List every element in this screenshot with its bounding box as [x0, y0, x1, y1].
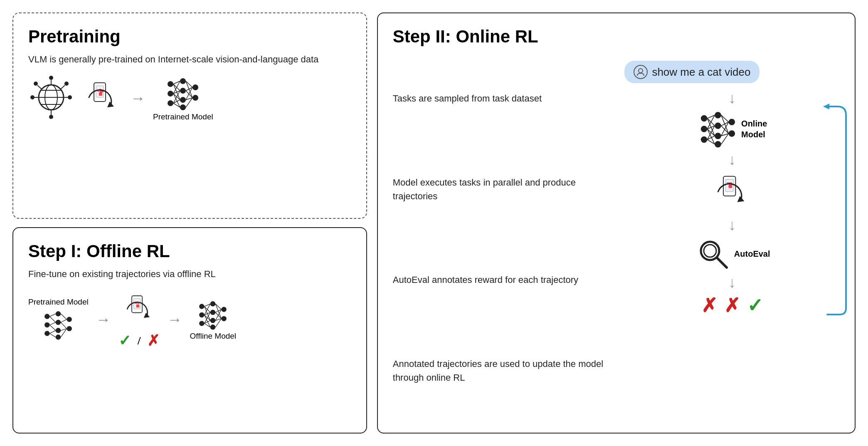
checkmark-icon: ✓: [118, 332, 131, 349]
trajectory-icon-pretrain: [81, 77, 123, 120]
svg-line-98: [216, 318, 222, 327]
svg-line-133: [717, 258, 727, 268]
svg-point-103: [715, 112, 721, 119]
pretraining-diagram: →: [28, 74, 351, 122]
svg-point-54: [56, 334, 61, 339]
svg-point-22: [168, 81, 173, 87]
svg-marker-72: [143, 313, 149, 318]
step2-text-3: Annotated trajectories are used to updat…: [393, 357, 608, 384]
svg-point-28: [180, 104, 186, 110]
pretraining-title: Pretraining: [28, 27, 351, 47]
svg-point-107: [729, 119, 735, 126]
svg-point-24: [168, 100, 173, 106]
svg-line-57: [50, 314, 56, 316]
svg-line-61: [50, 330, 56, 333]
step1-traj-group: ✓ / ✗: [118, 289, 160, 349]
svg-line-14: [37, 85, 42, 89]
step1-arrow2: →: [167, 311, 182, 328]
pretraining-panel: Pretraining VLM is generally pre-trained…: [12, 12, 367, 219]
traj-icon-step2: [709, 170, 755, 215]
svg-point-53: [56, 328, 61, 333]
svg-line-125: [721, 134, 729, 144]
svg-point-51: [56, 311, 61, 316]
svg-point-26: [180, 88, 186, 94]
cross1-icon: ✗: [701, 294, 718, 317]
step2-content: Tasks are sampled from task dataset Mode…: [393, 57, 840, 419]
step1-panel: Step I: Offline RL Fine-tune on existing…: [12, 227, 367, 434]
svg-point-56: [67, 326, 72, 331]
left-column: Pretraining VLM is generally pre-trained…: [12, 12, 367, 434]
svg-point-100: [701, 115, 708, 122]
svg-marker-130: [737, 196, 745, 202]
svg-point-50: [44, 331, 49, 336]
svg-point-5: [30, 95, 35, 99]
svg-point-52: [56, 320, 61, 325]
step2-title: Step II: Online RL: [393, 27, 840, 47]
step2-text-1: Model executes tasks in parallel and pro…: [393, 176, 608, 203]
svg-rect-129: [729, 185, 732, 188]
arrow-down-1: ↓: [728, 91, 736, 106]
offline-model-label: Offline Model: [190, 332, 236, 341]
svg-point-78: [210, 318, 215, 323]
step2-text-0: Tasks are sampled from task dataset: [393, 92, 608, 105]
cross2-icon: ✗: [724, 294, 740, 317]
chat-text: show me a cat video: [652, 66, 750, 79]
chat-bubble: show me a cat video: [624, 61, 760, 83]
svg-point-75: [199, 321, 204, 326]
svg-point-101: [701, 126, 708, 132]
check-final-icon: ✓: [747, 294, 763, 317]
svg-point-77: [210, 310, 215, 315]
svg-point-99: [639, 69, 643, 73]
svg-point-106: [715, 141, 721, 148]
svg-line-64: [61, 319, 67, 322]
svg-point-49: [44, 322, 49, 327]
globe-network-icon: [28, 74, 74, 122]
svg-point-74: [199, 312, 204, 317]
pretrained-model-label: Pretrained Model: [153, 112, 213, 121]
user-icon: [634, 65, 648, 79]
svg-point-13: [34, 82, 38, 86]
step1-pretrained-group: Pretrained Model: [28, 297, 89, 342]
svg-rect-71: [136, 305, 139, 307]
svg-point-27: [180, 97, 186, 103]
right-column: Step II: Online RL Tasks are sampled fro…: [377, 12, 856, 434]
svg-point-9: [49, 76, 53, 80]
svg-rect-20: [99, 92, 102, 96]
svg-line-62: [50, 333, 56, 337]
step1-arrow1: →: [96, 311, 111, 328]
svg-point-7: [68, 95, 72, 99]
svg-point-25: [180, 78, 186, 84]
svg-point-55: [67, 317, 72, 322]
svg-point-102: [701, 136, 708, 143]
svg-point-80: [222, 307, 227, 312]
arrow-down-3: ↓: [728, 218, 736, 233]
arrow-down-4: ↓: [728, 275, 736, 290]
result-marks: ✗ ✗ ✓: [701, 294, 763, 317]
step1-offline-group: Offline Model: [190, 298, 236, 341]
svg-line-65: [61, 322, 67, 328]
svg-line-60: [50, 325, 56, 330]
svg-line-59: [50, 322, 56, 325]
check-cross-marks: ✓ / ✗: [118, 332, 160, 349]
svg-point-30: [192, 95, 198, 101]
step1-desc: Fine-tune on existing trajectories via o…: [28, 267, 351, 281]
svg-point-108: [729, 130, 735, 137]
svg-line-63: [61, 314, 67, 319]
svg-marker-134: [823, 104, 829, 109]
svg-point-73: [199, 304, 204, 309]
main-layout: Pretraining VLM is generally pre-trained…: [12, 12, 856, 434]
step2-panel: Step II: Online RL Tasks are sampled fro…: [377, 12, 856, 434]
svg-point-104: [715, 122, 721, 129]
svg-point-15: [64, 82, 69, 86]
pretraining-desc: VLM is generally pre-trained on Internet…: [28, 52, 351, 66]
step2-text-2: AutoEval annotates reward for each traje…: [393, 273, 608, 287]
online-model-label: OnlineModel: [741, 118, 767, 140]
online-model-group: OnlineModel: [697, 108, 767, 150]
step1-title: Step I: Offline RL: [28, 241, 351, 261]
svg-line-67: [61, 328, 67, 337]
svg-point-48: [44, 314, 49, 319]
svg-point-23: [168, 91, 173, 97]
svg-point-76: [210, 301, 215, 306]
svg-point-105: [715, 133, 721, 139]
autoeval-label: AutoEval: [734, 249, 770, 259]
